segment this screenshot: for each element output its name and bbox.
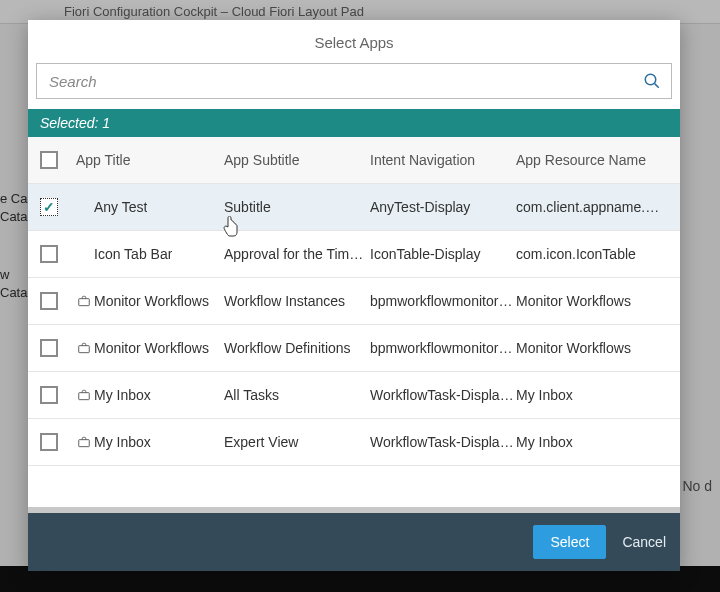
briefcase-icon	[76, 294, 92, 308]
row-title: Any Test	[94, 199, 147, 215]
briefcase-icon	[76, 341, 92, 355]
selected-count-bar: Selected: 1	[28, 109, 680, 137]
empty-icon	[76, 200, 92, 214]
row-checkbox[interactable]	[40, 245, 58, 263]
row-subtitle: Workflow Instances	[224, 293, 370, 309]
row-intent: WorkflowTask-DisplayM…	[370, 387, 516, 403]
col-header-resource: App Resource Name	[516, 152, 668, 168]
table-row[interactable]: Any TestSubtitleAnyTest-Displaycom.clien…	[28, 184, 680, 231]
row-resource: My Inbox	[516, 434, 668, 450]
svg-point-0	[645, 74, 656, 85]
svg-rect-2	[79, 299, 90, 306]
row-resource: com.client.appname.An…	[516, 199, 668, 215]
table-header-row: App Title App Subtitle Intent Navigation…	[28, 137, 680, 184]
dialog-title: Select Apps	[28, 20, 680, 63]
row-resource: Monitor Workflows	[516, 293, 668, 309]
row-checkbox[interactable]	[40, 339, 58, 357]
row-subtitle: Expert View	[224, 434, 370, 450]
row-checkbox[interactable]	[40, 198, 58, 216]
row-title: Icon Tab Bar	[94, 246, 172, 262]
row-checkbox[interactable]	[40, 386, 58, 404]
search-row	[28, 63, 680, 109]
select-apps-dialog: Select Apps Selected: 1 App Title App Su…	[28, 20, 680, 571]
row-title: My Inbox	[94, 387, 151, 403]
row-subtitle: Workflow Definitions	[224, 340, 370, 356]
table-body: Any TestSubtitleAnyTest-Displaycom.clien…	[28, 184, 680, 466]
briefcase-icon	[76, 435, 92, 449]
row-subtitle: Subtitle	[224, 199, 370, 215]
col-header-title: App Title	[76, 152, 224, 168]
table-row[interactable]: My InboxAll TasksWorkflowTask-DisplayM…M…	[28, 372, 680, 419]
select-button[interactable]: Select	[533, 525, 606, 559]
col-header-intent: Intent Navigation	[370, 152, 516, 168]
dialog-footer: Select Cancel	[28, 513, 680, 571]
search-icon[interactable]	[643, 72, 661, 90]
table-row[interactable]: Monitor WorkflowsWorkflow Instancesbpmwo…	[28, 278, 680, 325]
table-row[interactable]: Icon Tab BarApproval for the Time …IconT…	[28, 231, 680, 278]
svg-rect-5	[79, 440, 90, 447]
row-intent: bpmworkflowmonitor-Di…	[370, 340, 516, 356]
briefcase-icon	[76, 388, 92, 402]
row-checkbox[interactable]	[40, 292, 58, 310]
apps-table: App Title App Subtitle Intent Navigation…	[28, 137, 680, 507]
row-title: My Inbox	[94, 434, 151, 450]
svg-rect-3	[79, 346, 90, 353]
row-intent: bpmworkflowmonitor-Di…	[370, 293, 516, 309]
row-intent: WorkflowTask-DisplayM…	[370, 434, 516, 450]
search-field-wrap[interactable]	[36, 63, 672, 99]
cancel-button[interactable]: Cancel	[622, 534, 666, 550]
col-header-subtitle: App Subtitle	[224, 152, 370, 168]
row-intent: AnyTest-Display	[370, 199, 516, 215]
svg-line-1	[655, 84, 659, 88]
row-title: Monitor Workflows	[94, 340, 209, 356]
select-all-checkbox[interactable]	[40, 151, 58, 169]
row-checkbox[interactable]	[40, 433, 58, 451]
search-input[interactable]	[47, 72, 643, 91]
row-resource: Monitor Workflows	[516, 340, 668, 356]
row-resource: com.icon.IconTable	[516, 246, 668, 262]
row-resource: My Inbox	[516, 387, 668, 403]
row-title: Monitor Workflows	[94, 293, 209, 309]
row-subtitle: Approval for the Time …	[224, 246, 370, 262]
empty-icon	[76, 247, 92, 261]
table-row[interactable]: Monitor WorkflowsWorkflow Definitionsbpm…	[28, 325, 680, 372]
row-subtitle: All Tasks	[224, 387, 370, 403]
svg-rect-4	[79, 393, 90, 400]
row-intent: IconTable-Display	[370, 246, 516, 262]
table-row[interactable]: My InboxExpert ViewWorkflowTask-DisplayM…	[28, 419, 680, 466]
